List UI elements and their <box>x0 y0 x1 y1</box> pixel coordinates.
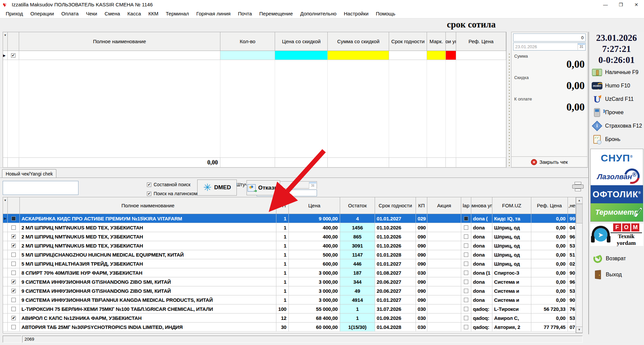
payment-button-UzCard F11[interactable]: UUzCard F11 <box>589 92 644 106</box>
product-cell-ref[interactable]: 0,00 <box>531 250 568 259</box>
row-checkbox-icon[interactable] <box>11 262 16 266</box>
search-input[interactable] <box>3 181 78 195</box>
product-cell-kp[interactable]: 029 <box>416 214 427 223</box>
product-cell-ne[interactable]: 99 <box>568 214 576 223</box>
product-cell-stock[interactable]: 446 <box>340 259 375 268</box>
product-cell-ref[interactable]: 0,00 <box>531 268 568 277</box>
product-cell-name[interactable]: АВТОРИЯ ТАБ 25МГ №30\PSYCHOTROPICS INDIA… <box>20 323 276 332</box>
receipt-col-header[interactable]: Цена со скидкой <box>275 32 328 51</box>
menu-Перемещение[interactable]: Перемещение <box>256 9 297 18</box>
product-cell-unit[interactable]: dona <box>471 277 492 286</box>
receipt-row-empty[interactable]: ▶✔ <box>3 51 506 60</box>
product-cell-chk[interactable]: ✔ <box>8 314 20 323</box>
product-cell-name[interactable]: 9 СИСТЕМА ИНФУЗИОННАЯ GT\SHANDONG ZIBO S… <box>20 286 276 295</box>
product-cell-chk[interactable] <box>8 214 20 223</box>
product-cell-ne[interactable]: 53 <box>568 314 576 323</box>
product-cell-expiry[interactable]: 01.08.2027 <box>375 268 416 277</box>
product-cell-unit[interactable]: dona <box>471 286 492 295</box>
printer-icon[interactable] <box>572 182 584 192</box>
product-cell-ne[interactable]: 53 <box>568 286 576 295</box>
lap-checkbox-icon[interactable] <box>464 234 468 239</box>
product-cell-m[interactable] <box>3 295 8 304</box>
product-cell-expiry[interactable]: 20.06.2027 <box>375 277 416 286</box>
product-cell-ref[interactable]: 0,00 <box>531 241 568 250</box>
product-cell-akcia[interactable] <box>427 277 461 286</box>
product-cell-lap[interactable] <box>461 268 471 277</box>
product-cell-name[interactable]: L-ТИРОКСИН 75 БЕРЛИН-ХЕМИ 75МКГ №100 ТАБ… <box>20 304 276 314</box>
products-col-header[interactable]: Срок годности <box>375 197 416 214</box>
receipt-col-header[interactable]: Полное наименование <box>19 32 220 51</box>
product-cell-m[interactable] <box>3 250 8 259</box>
products-col-header[interactable]: Цена <box>289 197 340 214</box>
product-cell-kp[interactable]: 090 <box>416 241 427 250</box>
product-cell-unit[interactable]: dona ( <box>471 214 492 223</box>
product-cell-kp[interactable]: 030 <box>416 323 427 332</box>
product-cell-m[interactable] <box>3 314 8 323</box>
row-checkbox-icon[interactable]: ✔ <box>11 244 16 248</box>
product-row[interactable]: ✔9 СИСТЕМА ИНФУЗИОННАЯ GT\SHANDONG ZIBO … <box>3 277 582 286</box>
product-cell-kp[interactable]: 030 <box>416 268 427 277</box>
product-cell-kp[interactable]: 090 <box>416 232 427 241</box>
lap-checkbox-icon[interactable] <box>464 325 468 329</box>
products-grid[interactable]: ▾Полное наименованиеУПЦенаОстатокСрок го… <box>3 197 583 333</box>
product-cell-fom[interactable]: Шприц, од <box>492 259 531 268</box>
product-cell-name[interactable]: 2 МЛ ШПРИЦ NMT\NUKUS MED ТЕХ, УЗБЕКИСТАН <box>20 232 276 241</box>
vertical-scrollbar[interactable]: ▲▼ <box>576 197 582 333</box>
receipt-col-header[interactable] <box>8 32 19 51</box>
product-cell-akcia[interactable] <box>427 241 461 250</box>
product-cell-fom[interactable]: Шприц, од <box>492 250 531 259</box>
row-checkbox-icon[interactable] <box>11 253 16 257</box>
product-cell-price[interactable]: 400,00 <box>289 223 340 232</box>
product-cell-unit[interactable]: dona <box>471 259 492 268</box>
row-checkbox-icon[interactable]: ✔ <box>11 234 16 239</box>
product-cell-price[interactable]: 400,00 <box>289 241 340 250</box>
product-cell-unit[interactable]: dona <box>471 232 492 241</box>
product-cell-m[interactable] <box>3 277 8 286</box>
product-cell-up[interactable]: 1 <box>276 268 289 277</box>
product-cell-stock[interactable]: 1 <box>340 314 375 323</box>
product-cell-expiry[interactable]: 01.01.2027 <box>375 295 416 304</box>
product-cell-ne[interactable]: 76 <box>568 304 576 314</box>
product-row[interactable]: 2 МЛ ШПРИЦ NMT\NUKUS MED ТЕХ, УЗБЕКИСТАН… <box>3 223 582 232</box>
receipt-col-header[interactable]: ▾ <box>3 32 8 51</box>
product-cell-chk[interactable]: ✔ <box>8 277 20 286</box>
product-cell-lap[interactable] <box>461 241 471 250</box>
filter-dropdown-icon[interactable]: ▾ <box>4 32 6 38</box>
action-button-Выход[interactable]: Выход <box>589 267 644 283</box>
product-cell-expiry[interactable]: 31.07.2026 <box>375 304 416 314</box>
product-cell-akcia[interactable] <box>427 214 461 223</box>
product-cell-akcia[interactable] <box>427 304 461 314</box>
receipt-cell[interactable]: ▶ <box>3 51 8 60</box>
product-cell-akcia[interactable] <box>427 314 461 323</box>
product-cell-fom[interactable]: Система и <box>492 286 531 295</box>
product-cell-unit[interactable]: qadoq: <box>471 304 492 314</box>
row-checkbox-icon[interactable] <box>11 325 16 329</box>
product-cell-stock[interactable]: 1 <box>340 304 375 314</box>
product-cell-expiry[interactable]: 01.10.2026 <box>375 232 416 241</box>
receipt-cell[interactable] <box>19 51 220 60</box>
product-cell-chk[interactable] <box>8 259 20 268</box>
product-cell-stock[interactable]: 344 <box>340 277 375 286</box>
row-checkbox-icon[interactable] <box>11 271 16 275</box>
product-cell-up[interactable]: 1 <box>276 277 289 286</box>
product-cell-up[interactable]: 1 <box>276 241 289 250</box>
action-button-Возврат[interactable]: Возврат <box>589 251 644 267</box>
menu-Настройки[interactable]: Настройки <box>340 9 372 18</box>
lap-checkbox-icon[interactable] <box>464 289 468 293</box>
products-col-header[interactable]: ▾ <box>3 197 8 214</box>
product-cell-fom[interactable]: Шприц, од <box>492 223 531 232</box>
product-cell-unit[interactable]: qadoq: <box>471 323 492 332</box>
receipt-col-header[interactable]: Сумма со скидкой <box>328 32 389 51</box>
product-row[interactable]: 5 МЛ ШПРИЦ HEALTH\АЗИЯ ТРЕЙД, УЗБЕКИСТАН… <box>3 259 582 268</box>
product-cell-m[interactable] <box>3 323 8 332</box>
product-cell-up[interactable]: 30 <box>276 323 289 332</box>
product-cell-chk[interactable]: ✔ <box>8 241 20 250</box>
product-cell-name[interactable]: АВИРОЛ С КАПС №12\НИКА ФАРМ, УЗБЕКИСТАН <box>20 314 276 323</box>
product-cell-price[interactable]: 400,00 <box>289 232 340 241</box>
checkbox-icon[interactable]: ✔ <box>11 53 15 58</box>
menu-ККМ[interactable]: ККМ <box>145 9 162 18</box>
product-cell-m[interactable] <box>3 286 8 295</box>
product-cell-stock[interactable]: 1456 <box>340 223 375 232</box>
product-cell-expiry[interactable]: 01.04.2028 <box>375 323 416 332</box>
product-cell-stock[interactable]: 187 <box>340 268 375 277</box>
